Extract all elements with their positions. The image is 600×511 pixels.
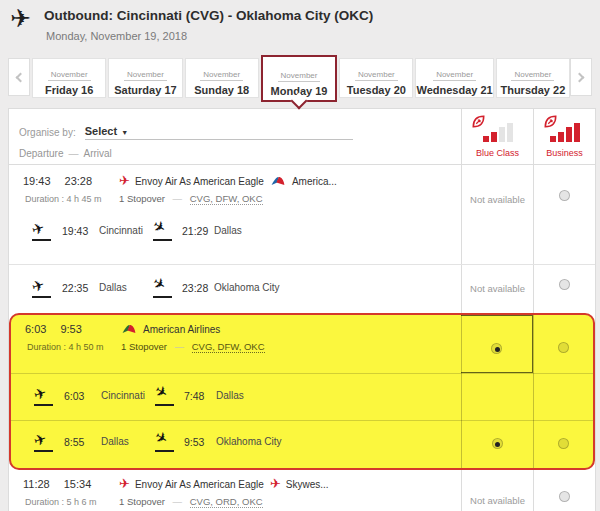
date-tab-strip: November Friday 16 November Saturday 17 … bbox=[8, 55, 592, 107]
alitalia-arrow-icon bbox=[471, 114, 486, 129]
business-radio[interactable] bbox=[559, 190, 570, 201]
column-header-business: Business bbox=[533, 109, 595, 164]
flight-row-3: 11:28 15:34 Duration : 5 h 6 m ✈ Envoy A… bbox=[9, 470, 595, 511]
departure-time: 6:03 bbox=[25, 323, 46, 335]
arrival-time: 9:53 bbox=[60, 323, 81, 335]
sort-arrival-label[interactable]: Arrival bbox=[83, 148, 111, 159]
duration-label: Duration : 5 h 6 m bbox=[25, 497, 111, 507]
stopover-separator: — bbox=[173, 193, 183, 204]
route-codes-link[interactable]: CVG, DFW, OKC bbox=[190, 193, 263, 205]
fare-bars-icon bbox=[483, 116, 513, 142]
airline-name: Envoy Air As American Eagle bbox=[135, 479, 264, 490]
outbound-plane-icon: ✈ bbox=[10, 4, 31, 33]
blue-class-radio-selected[interactable] bbox=[491, 343, 502, 354]
landing-icon: ✈ bbox=[152, 278, 178, 298]
alitalia-arrow-icon bbox=[543, 114, 558, 129]
tab-month-label: November bbox=[511, 70, 554, 81]
next-dates-button[interactable] bbox=[570, 58, 592, 96]
business-radio[interactable] bbox=[559, 279, 570, 290]
tab-thursday-22[interactable]: November Thursday 22 bbox=[496, 58, 570, 98]
flight-results-panel: Organise by: Select▼ Departure—Arrival B… bbox=[8, 108, 596, 511]
segment-arrival-time: 23:28 bbox=[182, 282, 214, 294]
flight-segment: ✈ 6:03 Cincinnati ✈ 7:48 Dallas bbox=[11, 386, 461, 406]
tab-day-label: Thursday 22 bbox=[497, 84, 569, 96]
tab-friday-16[interactable]: November Friday 16 bbox=[32, 58, 106, 98]
tab-day-label: Friday 16 bbox=[33, 84, 105, 96]
business-radio[interactable] bbox=[558, 438, 569, 449]
arrival-time: 23:28 bbox=[65, 175, 93, 187]
route-codes-link[interactable]: CVG, ORD, OKC bbox=[190, 496, 263, 508]
flight-row-1: 19:43 23:28 Duration : 4 h 45 m ✈ Envoy … bbox=[9, 165, 595, 265]
tab-month-label: November bbox=[355, 70, 398, 81]
airline-plane-icon: ✈ bbox=[270, 478, 281, 490]
business-radio[interactable] bbox=[558, 342, 569, 353]
takeoff-icon: ✈ bbox=[31, 278, 57, 298]
segment-departure-city: Cincinnati bbox=[99, 225, 152, 237]
column-divider bbox=[533, 315, 534, 468]
stopover-separator: — bbox=[173, 496, 183, 507]
tab-monday-19-selected[interactable]: November Monday 19 bbox=[261, 55, 337, 102]
selected-flight-highlight: 6:03 9:53 Duration : 4 h 50 m Ame bbox=[9, 313, 595, 470]
route-codes-link[interactable]: CVG, DFW, OKC bbox=[192, 341, 265, 353]
segment-arrival-time: 7:48 bbox=[184, 390, 216, 402]
american-airlines-logo-icon bbox=[121, 323, 137, 335]
business-radio[interactable] bbox=[559, 491, 570, 502]
column-divider bbox=[461, 315, 462, 468]
duration-label: Duration : 4 h 45 m bbox=[25, 194, 111, 204]
segment-arrival-city: Oklahoma City bbox=[214, 282, 286, 294]
sort-departure-label[interactable]: Departure bbox=[19, 148, 63, 159]
landing-icon: ✈ bbox=[154, 386, 180, 406]
stopover-label: 1 Stopover bbox=[119, 496, 165, 507]
segment-departure-city: Dallas bbox=[101, 436, 154, 448]
takeoff-icon: ✈ bbox=[31, 221, 57, 241]
organise-by-value: Select bbox=[85, 125, 117, 137]
tab-saturday-17[interactable]: November Saturday 17 bbox=[108, 58, 182, 98]
airline-name: Envoy Air As American Eagle bbox=[135, 176, 264, 187]
tab-month-label: November bbox=[200, 70, 243, 81]
segment-departure-time: 22:35 bbox=[62, 282, 99, 294]
tab-day-label: Tuesday 20 bbox=[340, 84, 412, 96]
segment-arrival-city: Dallas bbox=[216, 390, 288, 402]
blue-class-not-available: Not available bbox=[470, 194, 525, 205]
blue-class-radio-selected[interactable] bbox=[492, 438, 503, 449]
page-subtitle-date: Monday, November 19, 2018 bbox=[46, 30, 187, 42]
page-title: Outbound: Cincinnati (CVG) - Oklahoma Ci… bbox=[44, 8, 373, 23]
segment-departure-time: 19:43 bbox=[62, 225, 99, 237]
airline-plane-icon: ✈ bbox=[119, 175, 130, 187]
segment-arrival-time: 21:29 bbox=[182, 225, 214, 237]
tab-tuesday-20[interactable]: November Tuesday 20 bbox=[339, 58, 413, 98]
tab-day-label: Wednesday 21 bbox=[416, 84, 492, 96]
tab-wednesday-21[interactable]: November Wednesday 21 bbox=[415, 58, 493, 98]
segment-departure-time: 8:55 bbox=[64, 436, 101, 448]
flight-row-1-segment-2: ✈ 22:35 Dallas ✈ 23:28 Oklahoma City Not… bbox=[9, 265, 595, 313]
landing-icon: ✈ bbox=[152, 221, 178, 241]
tab-sunday-18[interactable]: November Sunday 18 bbox=[185, 58, 259, 98]
tab-month-label: November bbox=[433, 70, 476, 81]
blue-class-not-available: Not available bbox=[470, 495, 525, 506]
tab-month-label: November bbox=[48, 70, 91, 81]
tab-day-label: Monday 19 bbox=[263, 85, 335, 97]
segment-arrival-time: 9:53 bbox=[184, 436, 216, 448]
flight-row-2: 6:03 9:53 Duration : 4 h 50 m Ame bbox=[11, 315, 593, 373]
stopover-label: 1 Stopover bbox=[121, 341, 167, 352]
organise-by-label: Organise by: bbox=[19, 127, 76, 140]
prev-dates-button[interactable] bbox=[8, 58, 30, 96]
airline-name: American Airlines bbox=[143, 324, 220, 335]
airline-plane-icon: ✈ bbox=[119, 478, 130, 490]
segment-departure-time: 6:03 bbox=[64, 390, 101, 402]
flight-row-2-segment-1: ✈ 6:03 Cincinnati ✈ 7:48 Dallas bbox=[11, 373, 593, 420]
segment-arrival-city: Oklahoma City bbox=[216, 436, 288, 448]
departure-time: 19:43 bbox=[23, 175, 51, 187]
organise-by-select[interactable]: Select▼ bbox=[85, 125, 353, 140]
tab-day-label: Saturday 17 bbox=[109, 84, 181, 96]
tab-day-label: Sunday 18 bbox=[186, 84, 258, 96]
landing-icon: ✈ bbox=[154, 432, 180, 452]
duration-label: Duration : 4 h 50 m bbox=[27, 342, 113, 352]
departure-time: 11:28 bbox=[23, 478, 50, 490]
segment-departure-city: Cincinnati bbox=[101, 390, 154, 402]
blue-class-selected-cell[interactable] bbox=[461, 315, 533, 373]
sort-separator: — bbox=[68, 148, 78, 159]
business-label: Business bbox=[534, 148, 595, 158]
stopover-label: 1 Stopover bbox=[119, 193, 165, 204]
tab-month-label: November bbox=[124, 70, 167, 81]
